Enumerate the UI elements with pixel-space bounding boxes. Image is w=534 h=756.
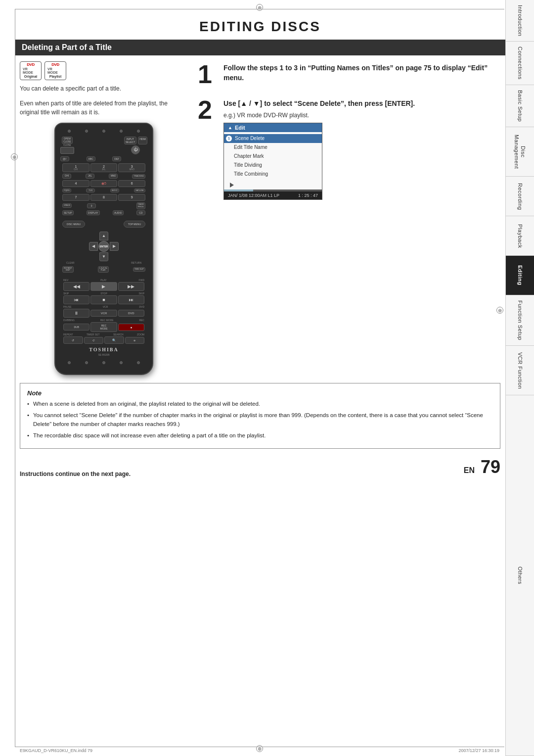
rew-btn[interactable]: ◀◀ xyxy=(63,282,89,291)
section-header: Deleting a Part of a Title xyxy=(15,40,505,55)
dpad-left[interactable]: ◀ xyxy=(89,242,98,251)
btn-5[interactable]: ◉5 xyxy=(90,180,118,187)
step-2-title: Use [▲ / ▼] to select “Scene Delete”, th… xyxy=(223,99,500,109)
tab-basic-setup[interactable]: Basic Setup xyxy=(505,85,534,127)
return-label: RETURN xyxy=(131,261,141,264)
pqrs-btn[interactable]: PQRS xyxy=(62,189,71,193)
tab-introduction[interactable]: Introduction xyxy=(505,0,534,42)
at-btn[interactable]: @/: xyxy=(60,156,69,161)
menu-item-title-dividing[interactable]: Title Dividing xyxy=(224,161,322,170)
menu-item-scene-delete[interactable]: Scene Delete xyxy=(224,134,322,143)
intro-line2: Even when parts of title are deleted fro… xyxy=(20,99,188,117)
pause-btn[interactable]: ⏸ xyxy=(63,309,89,318)
remote-dot xyxy=(137,130,140,133)
page-title: EDITING DISCS xyxy=(15,9,505,40)
abc-btn[interactable]: ABC xyxy=(87,156,95,161)
wxyz-btn[interactable]: WXYZ xyxy=(110,189,119,193)
tab-playback[interactable]: Playback xyxy=(505,216,534,256)
mno-btn[interactable]: MNO xyxy=(109,174,118,178)
tab-editing[interactable]: Editing xyxy=(505,256,534,295)
btn-4[interactable]: 4 xyxy=(62,180,89,187)
tab-connections[interactable]: Connections xyxy=(505,42,534,85)
btn-1[interactable]: 1GHI xyxy=(62,163,89,173)
btn-2[interactable]: 2JKL xyxy=(90,163,118,173)
play-btn[interactable]: ▶ xyxy=(90,282,117,291)
row-space-timerprog: SPACE 0 TIMERPROG xyxy=(62,202,145,209)
step-1-number: 1 xyxy=(198,61,218,87)
setup-btn[interactable]: SETUP xyxy=(62,210,74,215)
tab-vcr-function[interactable]: VCR Function xyxy=(505,346,534,395)
dubbing-btn[interactable]: DUB xyxy=(63,324,89,331)
hdmi-btn[interactable]: HDMI xyxy=(138,137,147,144)
edit-menu-footer: JAN/ 1/08 12:00AM L1 LP 1 : 25 : 47 xyxy=(224,191,322,199)
vcr-btn[interactable]: VCR xyxy=(90,310,117,317)
step-2-subtitle: e.g.) VR mode DVD-RW playlist. xyxy=(223,112,500,119)
remote-wrapper: OPEN/CLOSE CLOSE INPUTSELECT HDMI ⏻ xyxy=(20,123,188,375)
time-slip-btn[interactable]: TIME SLIP xyxy=(133,267,145,272)
play-speed-btn[interactable]: 1.3x/0.8xPLAY xyxy=(98,266,109,273)
repeat-btn[interactable]: ↺ xyxy=(63,336,83,344)
edit-icon: ▲ xyxy=(228,125,232,130)
menu-item-chapter-mark[interactable]: Chapter Mark xyxy=(224,152,322,161)
display-btn[interactable]: DISPLAY xyxy=(87,210,100,215)
ghi-btn[interactable]: OHI xyxy=(62,174,71,178)
side-nav: Introduction Connections Basic Setup Dis… xyxy=(505,0,534,756)
stop-btn[interactable]: ■ xyxy=(90,295,117,304)
jkl-btn[interactable]: JKL xyxy=(86,174,94,178)
dvd-logos: DVD VR MODE Original DVD VR MODE Playlis… xyxy=(20,61,188,80)
bottom-row: Instructions continue on the next page. … xyxy=(15,454,505,479)
def-btn[interactable]: DEF xyxy=(112,156,121,161)
rec-btn[interactable]: ● xyxy=(118,324,144,331)
tracking-btn[interactable]: TRACKING xyxy=(132,174,145,179)
edit-menu-title: ▲ Edit xyxy=(224,123,322,132)
btn-7[interactable]: 7 xyxy=(62,194,89,201)
open-close-btn[interactable]: OPEN/CLOSE xyxy=(62,137,72,144)
zoom-btn[interactable]: ⊕ xyxy=(125,337,145,344)
cd-btn[interactable]: CD xyxy=(136,210,145,215)
timer-set-btn[interactable]: ⏱ xyxy=(84,337,104,344)
btn-8[interactable]: 8 xyxy=(90,194,118,201)
timer-prog-btn[interactable]: TIMERPROG xyxy=(136,202,145,209)
numpad-7-9: 7 8 9 xyxy=(62,194,145,201)
skip-back-btn[interactable]: ⏮ xyxy=(63,295,89,304)
menu-item-edit-title[interactable]: Edit Title Name xyxy=(224,143,322,152)
continue-text: Instructions continue on the next page. xyxy=(20,471,131,477)
dpad-up[interactable]: ▲ xyxy=(99,232,108,240)
note-item-3: The recordable disc space will not incre… xyxy=(27,431,493,440)
model-number: SE-R0295 xyxy=(60,353,147,356)
tab-recording[interactable]: Recording xyxy=(505,177,534,216)
power-btn[interactable]: ⏻ xyxy=(131,145,140,154)
enter-btn[interactable]: ENTER xyxy=(98,241,109,252)
rec-labels: DUBBING REC MODE REC xyxy=(63,319,144,322)
note-item-1: When a scene is deleted from an original… xyxy=(27,400,493,409)
rec-mode-btn[interactable]: RECMODE xyxy=(90,322,117,332)
disc-menu-btn[interactable]: DISC MENU xyxy=(62,221,85,228)
btn-3[interactable]: 3MNO xyxy=(118,163,145,173)
satlink-btn[interactable]: SAT.LINK xyxy=(134,189,145,193)
remote-dot xyxy=(85,130,88,133)
space-btn[interactable]: SPACE xyxy=(62,203,72,208)
tab-function-setup[interactable]: Function Setup xyxy=(505,295,534,346)
audio-btn[interactable]: AUDIO xyxy=(113,210,124,215)
progress-bar xyxy=(224,189,322,191)
skip-fwd-btn2[interactable]: ⏭ xyxy=(118,295,144,304)
tuv-btn[interactable]: TUV xyxy=(86,189,95,193)
search-btn[interactable]: 🔍 xyxy=(104,336,124,344)
btn-6[interactable]: 6 xyxy=(118,180,145,187)
tab-others[interactable]: Others xyxy=(505,395,534,756)
numpad-area: 1GHI 2JKL 3MNO OHI JKL MNO TRACKING 4 xyxy=(60,163,147,209)
tab-disc-management[interactable]: Disc Management xyxy=(505,127,534,177)
ffwd-btn[interactable]: ▶▶ xyxy=(118,282,144,291)
playback-row5: ↺ ⏱ 🔍 ⊕ xyxy=(63,336,144,344)
btn-0[interactable]: 0 xyxy=(87,203,96,208)
btn-9[interactable]: 9 xyxy=(118,194,145,201)
top-menu-btn[interactable]: TOP MENU xyxy=(124,221,145,228)
menu-item-title-combining[interactable]: Title Combining xyxy=(224,170,322,179)
dpad-down[interactable]: ▼ xyxy=(99,252,108,261)
dvd-btn[interactable]: DVD xyxy=(118,310,144,317)
step-1-content: Follow the steps 1 to 3 in “Putting Name… xyxy=(223,61,500,86)
dpad-right[interactable]: ▶ xyxy=(110,242,119,251)
progress-fill xyxy=(224,189,253,191)
instant-skip-btn[interactable]: INSTANTSKIP xyxy=(62,266,74,273)
input-select-btn[interactable]: INPUTSELECT xyxy=(124,137,136,144)
